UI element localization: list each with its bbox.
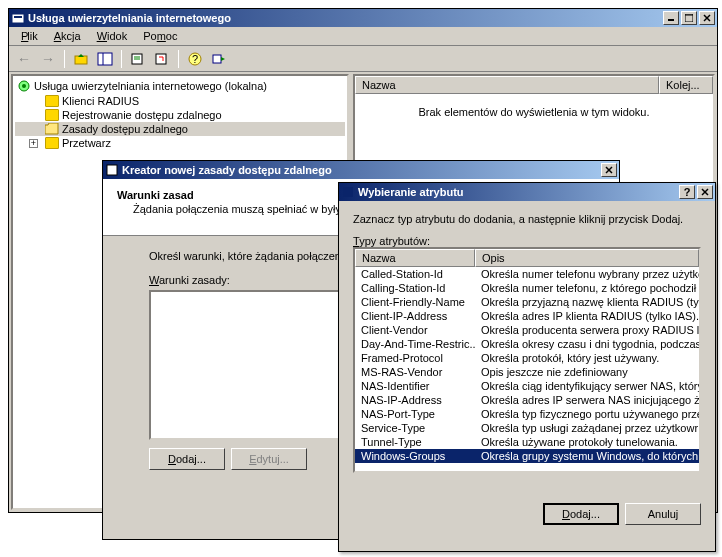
dialog-icon xyxy=(341,185,355,199)
attribute-listview[interactable]: Nazwa Opis Called-Station-IdOkreśla nume… xyxy=(353,247,701,473)
attr-row-desc: Określa numer telefonu wybrany przez uży… xyxy=(475,267,699,281)
attr-instruction: Zaznacz typ atrybutu do dodania, a nastę… xyxy=(353,213,701,225)
menu-view[interactable]: Widok xyxy=(89,28,136,44)
attr-row-name: MS-RAS-Vendor xyxy=(355,365,475,379)
attr-row-desc: Określa okresy czasu i dni tygodnia, pod… xyxy=(475,337,699,351)
attr-row-desc: Określa adres IP serwera NAS inicjująceg… xyxy=(475,393,699,407)
attr-row-name: Called-Station-Id xyxy=(355,267,475,281)
maximize-button[interactable] xyxy=(681,11,697,25)
attr-row[interactable]: MS-RAS-VendorOpis jeszcze nie zdefiniowa… xyxy=(355,365,699,379)
tree-item-policies[interactable]: Zasady dostępu zdalnego xyxy=(15,122,345,136)
attr-row-name: Client-Vendor xyxy=(355,323,475,337)
attr-row[interactable]: Calling-Station-IdOkreśla numer telefonu… xyxy=(355,281,699,295)
svg-rect-1 xyxy=(14,16,22,18)
col-name[interactable]: Nazwa xyxy=(355,76,659,94)
export-button[interactable] xyxy=(208,48,230,70)
attr-row[interactable]: Called-Station-IdOkreśla numer telefonu … xyxy=(355,267,699,281)
main-titlebar[interactable]: Usługa uwierzytelniania internetowego xyxy=(9,9,717,27)
refresh-button[interactable] xyxy=(151,48,173,70)
back-button[interactable] xyxy=(13,48,35,70)
attr-label: Typy atrybutów: xyxy=(353,235,701,247)
col-order[interactable]: Kolej... xyxy=(659,76,713,94)
svg-rect-0 xyxy=(12,14,24,23)
attr-row[interactable]: Client-IP-AddressOkreśla adres IP klient… xyxy=(355,309,699,323)
attr-row[interactable]: Service-TypeOkreśla typ usługi zażądanej… xyxy=(355,421,699,435)
folder-icon xyxy=(45,109,59,121)
attr-add-button[interactable]: Dodaj... xyxy=(543,503,619,525)
close-button[interactable] xyxy=(699,11,715,25)
wizard-close-button[interactable] xyxy=(601,163,617,177)
attr-row[interactable]: Framed-ProtocolOkreśla protokół, który j… xyxy=(355,351,699,365)
wizard-add-button[interactable]: Dodaj... xyxy=(149,448,225,470)
folder-icon xyxy=(45,95,59,107)
svg-rect-22 xyxy=(107,165,117,175)
forward-button[interactable] xyxy=(37,48,59,70)
scroll-thumb[interactable] xyxy=(371,472,496,473)
scroll-left-button[interactable]: ◄ xyxy=(355,472,371,473)
attr-row-name: NAS-IP-Address xyxy=(355,393,475,407)
wizard-titlebar[interactable]: Kreator nowej zasady dostępu zdalnego xyxy=(103,161,619,179)
attr-row[interactable]: NAS-Port-TypeOkreśla typ fizycznego port… xyxy=(355,407,699,421)
attr-row[interactable]: Day-And-Time-Restric...Określa okresy cz… xyxy=(355,337,699,351)
tree-item-radius[interactable]: Klienci RADIUS xyxy=(15,94,345,108)
scroll-track[interactable] xyxy=(371,472,683,473)
attr-row-name: NAS-Identifier xyxy=(355,379,475,393)
svg-rect-14 xyxy=(156,54,166,64)
scroll-right-button[interactable]: ► xyxy=(683,472,699,473)
attr-row-desc: Opis jeszcze nie zdefiniowany xyxy=(475,365,699,379)
attr-row[interactable]: NAS-IP-AddressOkreśla adres IP serwera N… xyxy=(355,393,699,407)
tree-item-logging[interactable]: Rejestrowanie dostępu zdalnego xyxy=(15,108,345,122)
svg-rect-7 xyxy=(75,56,87,64)
attr-titlebar[interactable]: Wybieranie atrybutu ? xyxy=(339,183,715,201)
svg-marker-21 xyxy=(45,123,58,134)
attr-row-desc: Określa protokół, który jest używany. xyxy=(475,351,699,365)
h-scrollbar[interactable]: ◄ ► xyxy=(355,471,699,473)
open-folder-icon xyxy=(45,123,59,135)
attr-row-name: Service-Type xyxy=(355,421,475,435)
attr-col-name[interactable]: Nazwa xyxy=(355,249,475,267)
tree-item-label: Przetwarz xyxy=(62,137,111,149)
wizard-title: Kreator nowej zasady dostępu zdalnego xyxy=(122,164,601,176)
wizard-icon xyxy=(105,163,119,177)
attribute-dialog: Wybieranie atrybutu ? Zaznacz typ atrybu… xyxy=(338,182,716,552)
attr-close-button[interactable] xyxy=(697,185,713,199)
attr-cancel-button[interactable]: Anuluj xyxy=(625,503,701,525)
list-empty-message: Brak elementów do wyświetlenia w tym wid… xyxy=(355,94,713,130)
up-folder-button[interactable] xyxy=(70,48,92,70)
menu-file[interactable]: Plik xyxy=(13,28,46,44)
attr-row-name: Windows-Groups xyxy=(355,449,475,463)
attr-help-button[interactable]: ? xyxy=(679,185,695,199)
attr-row[interactable]: NAS-IdentifierOkreśla ciąg identyfikując… xyxy=(355,379,699,393)
separator xyxy=(121,50,122,68)
attr-col-desc[interactable]: Opis xyxy=(475,249,699,267)
help-icon-button[interactable]: ? xyxy=(184,48,206,70)
mmc-icon xyxy=(11,11,25,25)
tree-item-processing[interactable]: + Przetwarz xyxy=(15,136,345,150)
attr-row-name: Framed-Protocol xyxy=(355,351,475,365)
attr-row[interactable]: Client-VendorOkreśla producenta serwera … xyxy=(355,323,699,337)
attr-row-desc: Określa producenta serwera proxy RADIUS … xyxy=(475,323,699,337)
attr-row-desc: Określa przyjazną nazwę klienta RADIUS (… xyxy=(475,295,699,309)
attr-row-desc: Określa typ fizycznego portu używanego p… xyxy=(475,407,699,421)
menu-help[interactable]: Pomoc xyxy=(135,28,185,44)
svg-rect-17 xyxy=(213,55,221,63)
attr-row[interactable]: Client-Friendly-NameOkreśla przyjazną na… xyxy=(355,295,699,309)
attr-row-desc: Określa typ usługi zażądanej przez użytk… xyxy=(475,421,699,435)
attr-row-name: Day-And-Time-Restric... xyxy=(355,337,475,351)
attr-row-name: NAS-Port-Type xyxy=(355,407,475,421)
expand-icon[interactable]: + xyxy=(29,139,38,148)
tree-item-label: Zasady dostępu zdalnego xyxy=(62,123,188,135)
tree-root[interactable]: Usługa uwierzytelniania internetowego (l… xyxy=(15,78,345,94)
separator xyxy=(178,50,179,68)
svg-rect-25 xyxy=(343,187,353,197)
tree-item-label: Rejestrowanie dostępu zdalnego xyxy=(62,109,222,121)
menu-file-label: lik xyxy=(27,30,37,42)
wizard-edit-button: Edytuj... xyxy=(231,448,307,470)
attr-row[interactable]: Tunnel-TypeOkreśla używane protokoły tun… xyxy=(355,435,699,449)
minimize-button[interactable] xyxy=(663,11,679,25)
menu-action[interactable]: Akcja xyxy=(46,28,89,44)
properties-button[interactable] xyxy=(127,48,149,70)
menubar: Plik Akcja Widok Pomoc xyxy=(9,27,717,46)
attr-row[interactable]: Windows-GroupsOkreśla grupy systemu Wind… xyxy=(355,449,699,463)
show-hide-tree-button[interactable] xyxy=(94,48,116,70)
